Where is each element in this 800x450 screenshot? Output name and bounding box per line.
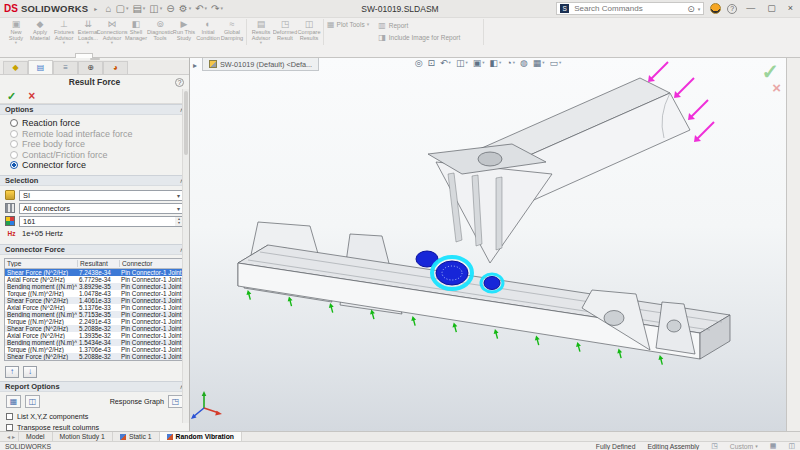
options-gear-icon[interactable]: ⚙▾ <box>177 4 193 14</box>
maximize-button[interactable]: ▢ <box>764 4 779 13</box>
dimxpertmanager-tab[interactable]: ⊕ <box>78 61 103 74</box>
connector-force-section-header[interactable]: Connector Force ∧ <box>0 244 189 255</box>
new-document-icon[interactable]: ▢▾ <box>113 4 130 14</box>
view-orientation-icon[interactable]: ▣▾ <box>473 59 485 68</box>
main-beam[interactable] <box>238 245 730 359</box>
cancel-button[interactable]: × <box>28 90 35 102</box>
option-radio[interactable]: Remote load interface force <box>10 129 185 140</box>
displaymanager-tab[interactable]: ◕ <box>103 61 128 74</box>
copy-table-button[interactable]: ◫ <box>25 395 40 408</box>
connections-advisor-button[interactable]: ⋈ Connections Advisor ▾ <box>100 19 124 45</box>
save-icon[interactable]: ◫▾ <box>147 4 164 14</box>
option-radio[interactable]: Contact/Friction force <box>10 150 185 161</box>
apply-scene-icon[interactable]: ▦▾ <box>533 59 545 68</box>
help-icon[interactable]: ? <box>727 4 737 14</box>
minimize-button[interactable]: — <box>743 4 758 13</box>
help-icon[interactable]: ? <box>175 78 184 87</box>
redo-icon[interactable]: ↷▾ <box>209 4 225 14</box>
table-row[interactable]: Torque ((N.m)^2/Hz) 2.2491e-43 Pin Conne… <box>5 318 184 325</box>
table-row[interactable]: Torque ((N.m)^2/Hz) 1.3706e-43 Pin Conne… <box>5 346 184 353</box>
compare-results-button[interactable]: ◫ Compare Results <box>297 19 321 45</box>
units-dropdown[interactable]: SI ▾ <box>19 190 184 201</box>
report-options-section-header[interactable]: Report Options ∧ <box>0 381 189 392</box>
global-damping-button[interactable]: ≈ Global Damping <box>220 19 244 45</box>
static-1-tab[interactable]: Static 1 <box>113 432 160 441</box>
results-advisor-button[interactable]: ▤ Results Advisor ▾ <box>249 19 273 45</box>
table-row[interactable]: Axial Force (N^2/Hz) 5.1376e-33 Pin Conn… <box>5 304 184 311</box>
featuremanager-tab[interactable]: ◆ <box>3 61 28 74</box>
pin-connector-highlighted[interactable] <box>481 274 503 292</box>
save-table-button[interactable]: ▦ <box>6 395 21 408</box>
table-row[interactable]: Bending moment ((N.m)^2/Hz) 3.8929e-35 P… <box>5 283 184 290</box>
panel-scrollbar[interactable] <box>182 89 189 423</box>
move-down-button[interactable]: ↓ <box>23 366 37 378</box>
apply-material-button[interactable]: ◆ Apply Material <box>28 19 52 45</box>
configurationmanager-tab[interactable]: ≡ <box>53 61 78 74</box>
tab-scroll-controls[interactable]: ◂▸ <box>4 432 18 441</box>
graphics-viewport[interactable]: ▸ SW-01019 (Default) <Defa... ◎ ⊡ ↶▾ ◫▾ … <box>190 58 786 431</box>
report-button[interactable]: ▥ Report <box>378 21 477 30</box>
table-row[interactable]: Shear Force (N^2/Hz) 1.4061e-33 Pin Conn… <box>5 297 184 304</box>
options-section-header[interactable]: Options ∧ <box>0 104 189 115</box>
search-caret-icon[interactable]: ▾ <box>698 6 701 12</box>
diagnostic-tools-button[interactable]: ⊚ Diagnostic Tools <box>148 19 172 45</box>
option-radio[interactable]: Free body force <box>10 139 185 150</box>
propertymanager-tab[interactable]: ▤ <box>28 60 53 74</box>
close-button[interactable]: × <box>785 4 796 13</box>
option-radio[interactable]: Connector force <box>10 160 185 171</box>
new-study-button[interactable]: ▣ New Study ▾ <box>4 19 28 45</box>
edit-appearance-icon[interactable]: ◍ <box>520 59 528 68</box>
option-radio[interactable]: Reaction force <box>10 118 185 129</box>
table-row[interactable]: Bending moment ((N.m)^2/Hz) 1.5434e-34 P… <box>5 339 184 346</box>
table-row[interactable]: Axial Force (N^2/Hz) 6.7729e-34 Pin Conn… <box>5 276 184 283</box>
search-icon[interactable]: ⊙ <box>687 4 695 14</box>
confirm-cancel-button[interactable]: × <box>772 80 781 95</box>
search-commands-box[interactable]: S ⊙ ▾ <box>556 2 704 15</box>
zoom-to-fit-icon[interactable]: ◎ <box>415 59 423 68</box>
attach-icon[interactable]: ⊖ <box>164 4 176 14</box>
undo-icon[interactable]: ↶▾ <box>193 4 209 14</box>
deformed-result-button[interactable]: ◳ Deformed Result <box>273 19 297 45</box>
display-style-icon[interactable]: ◧▾ <box>489 59 501 68</box>
initial-condition-button[interactable]: ◐ Initial Condition <box>196 19 220 45</box>
center-bracket[interactable] <box>428 144 552 263</box>
home-icon[interactable]: ⌂ <box>103 4 113 14</box>
search-input[interactable] <box>572 3 684 14</box>
hide-show-items-icon[interactable]: ◔▾ <box>506 59 515 68</box>
table-row[interactable]: Shear Force (N^2/Hz) 7.2438e-34 Pin Conn… <box>5 269 184 276</box>
status-units-icon[interactable]: ▦ <box>770 442 777 450</box>
model-tab[interactable]: Model <box>18 432 53 441</box>
zoom-to-area-icon[interactable]: ⊡ <box>428 59 436 68</box>
run-this-study-button[interactable]: ▶ Run This Study <box>172 19 196 45</box>
report-option-checkbox[interactable]: Transpose result columns <box>0 422 189 432</box>
table-row[interactable]: Shear Force (N^2/Hz) 5.2088e-32 Pin Conn… <box>5 353 184 360</box>
table-row[interactable]: Axial Force (N^2/Hz) 1.3935e-32 Pin Conn… <box>5 332 184 339</box>
report-option-checkbox[interactable]: List X,Y,Z components <box>0 411 189 422</box>
model-canvas[interactable] <box>190 58 786 431</box>
table-row[interactable]: Bending moment ((N.m)^2/Hz) 5.7153e-35 P… <box>5 311 184 318</box>
plot-tools-button[interactable]: ▦ Plot Tools ▾ <box>324 19 372 45</box>
tab-sketch[interactable] <box>21 53 39 57</box>
motion-study-1-tab[interactable]: Motion Study 1 <box>53 432 113 441</box>
menu-expand-icon[interactable]: ▸ <box>94 5 97 12</box>
fixtures-advisor-button[interactable]: ⊥ Fixtures Advisor ▾ <box>52 19 76 45</box>
open-document-icon[interactable]: ▤▾ <box>130 4 147 14</box>
status-tag-icon[interactable]: ◫ <box>788 442 795 450</box>
response-graph-button[interactable]: ◳ <box>168 395 183 408</box>
selection-section-header[interactable]: Selection ∧ <box>0 175 189 186</box>
tab-evaluate[interactable] <box>39 53 57 57</box>
move-up-button[interactable]: ↑ <box>5 366 19 378</box>
shell-manager-button[interactable]: ◧ Shell Manager <box>124 19 148 45</box>
include-image-for-report-button[interactable]: ◨ Include Image for Report <box>378 33 477 42</box>
ok-button[interactable]: ✓ <box>7 91 16 102</box>
pin-connector-highlighted[interactable] <box>432 257 472 289</box>
table-row[interactable]: Shear Force (N^2/Hz) 5.2088e-32 Pin Conn… <box>5 325 184 332</box>
feature-tree-flyout-icon[interactable]: ▸ <box>193 61 197 70</box>
view-settings-icon[interactable]: ▭▾ <box>550 59 562 68</box>
tab-solidworks-add-ins[interactable] <box>57 53 75 57</box>
custom-dropdown[interactable]: Custom▾ <box>730 443 758 450</box>
user-avatar[interactable] <box>710 3 721 14</box>
previous-view-icon[interactable]: ↶▾ <box>440 59 451 68</box>
table-row[interactable]: Torque ((N.m)^2/Hz) 1.0478e-43 Pin Conne… <box>5 290 184 297</box>
connectors-dropdown[interactable]: All connectors ▾ <box>19 203 184 214</box>
